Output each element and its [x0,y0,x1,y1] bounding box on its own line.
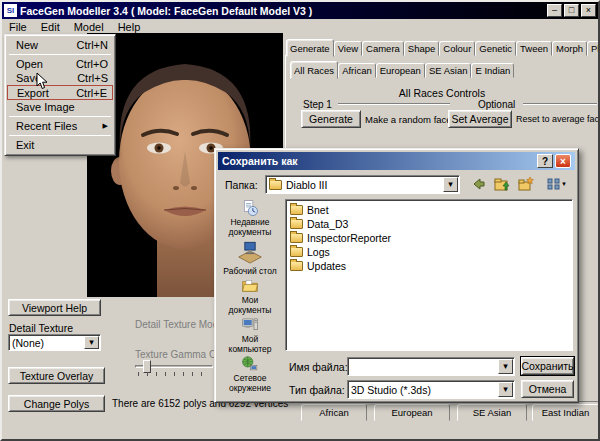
help-button[interactable]: ? [537,154,553,168]
race-tab-bar: All Races African European SE Asian E In… [290,60,514,78]
tab-camera[interactable]: Camera [362,41,404,56]
menu-item-export[interactable]: Export Ctrl+E [7,85,113,100]
tab-tween[interactable]: Tween [516,41,552,56]
back-arrow-icon [470,176,486,192]
place-desktop[interactable]: Рабочий стол [221,238,279,276]
file-row[interactable]: Data_D3 [288,217,570,231]
folder-combobox[interactable]: Diablo III [265,175,460,194]
folder-icon [290,219,303,229]
race-tab-e-indian[interactable]: E Indian [471,63,514,78]
place-label: Сетевое окружение [221,374,279,393]
menu-edit[interactable]: Edit [34,20,67,34]
up-one-level-button[interactable] [491,174,513,194]
menu-item-save-image[interactable]: Save Image [7,100,113,114]
chevron-down-icon[interactable] [443,177,458,192]
menu-item-shortcut: Ctrl+N [77,39,108,51]
race-tab-all-races[interactable]: All Races [290,61,338,79]
detail-texture-combobox[interactable]: (None) [8,334,101,351]
folder-label: Папка: [225,179,258,191]
close-button[interactable]: × [581,4,596,17]
viewport-help-button[interactable]: Viewport Help [8,299,101,316]
menu-item-exit[interactable]: Exit [7,138,113,152]
set-average-hint: Reset to average face [516,114,600,124]
texture-overlay-button[interactable]: Texture Overlay [8,367,105,384]
step1-label: Step 1 [303,99,332,110]
place-my-documents[interactable]: Мои документы [221,277,279,315]
window-title: FaceGen Modeller 3.4 ( Model: FaceGen De… [20,5,544,17]
change-polys-button[interactable]: Change Polys [8,395,105,412]
chevron-down-icon[interactable] [498,359,513,374]
folder-icon [290,205,303,215]
tab-colour[interactable]: Colour [439,41,475,56]
filename-combobox [347,357,515,376]
desktop-icon [236,238,264,266]
minimize-button[interactable]: – [547,4,562,17]
chevron-down-icon[interactable] [498,382,513,397]
place-recent-documents[interactable]: Недавние документы [221,199,279,237]
menu-item-save[interactable]: Save Ctrl+S [7,71,113,85]
menu-separator [9,135,111,136]
menu-file[interactable]: File [2,20,34,34]
race-tab-european[interactable]: European [376,63,425,78]
maximize-button[interactable]: □ [564,4,579,17]
file-row[interactable]: Bnet [288,203,570,217]
app-logo-icon: SI [4,4,17,17]
tab-genetic[interactable]: Genetic [475,41,516,56]
optional-separator [523,103,597,105]
menu-item-recent-files[interactable]: Recent Files ▶ [7,119,113,133]
view-menu-button[interactable]: ▾ [541,174,571,194]
race-tab-se-asian[interactable]: SE Asian [425,63,472,78]
set-average-button[interactable]: Set Average [448,110,512,128]
tab-shape[interactable]: Shape [404,41,439,56]
place-my-computer[interactable]: Мой компьютер [221,316,279,354]
new-folder-button[interactable] [515,174,537,194]
texture-gamma-slider[interactable] [135,359,213,376]
menu-model[interactable]: Model [67,20,111,34]
bottom-tab-se-asian[interactable]: SE Asian [457,404,527,421]
chevron-down-icon[interactable] [84,336,99,349]
dialog-close-button[interactable]: × [555,154,571,168]
bottom-tab-east-indian[interactable]: East Indian [532,404,599,421]
tab-morph[interactable]: Morph [552,41,587,56]
app-window: SI FaceGen Modeller 3.4 ( Model: FaceGen… [0,0,600,441]
bottom-tab-european[interactable]: European [374,404,450,421]
menu-item-new[interactable]: New Ctrl+N [7,38,113,52]
file-name: InspectorReporter [307,232,391,244]
filename-input[interactable] [351,358,498,375]
file-row[interactable]: InspectorReporter [288,231,570,245]
menu-item-label: Save Image [16,101,75,113]
main-tab-bar: Generate View Camera Shape Colour Geneti… [286,37,600,56]
menu-help[interactable]: Help [111,20,148,34]
save-button[interactable]: Сохранить [521,357,574,375]
file-row[interactable]: Logs [288,245,570,259]
title-bar: SI FaceGen Modeller 3.4 ( Model: FaceGen… [2,2,598,19]
folder-icon [290,233,303,243]
place-label: Недавние документы [221,218,279,237]
tab-photofit[interactable]: PhotoFit [587,41,600,56]
bottom-tab-african[interactable]: African [301,404,367,421]
race-tab-african[interactable]: African [338,63,376,78]
dialog-title: Сохранить как [222,155,535,167]
filetype-label: Тип файла: [289,384,345,396]
generate-button[interactable]: Generate [301,110,361,128]
tab-generate[interactable]: Generate [286,39,334,57]
place-label: Мой компьютер [221,335,279,354]
file-menu: New Ctrl+N Open Ctrl+O Save Ctrl+S Expor… [4,34,116,156]
menu-item-open[interactable]: Open Ctrl+O [7,57,113,71]
menu-item-label: Exit [16,139,34,151]
back-button[interactable] [467,174,489,194]
detail-texture-label: Detail Texture [9,322,73,334]
tab-view[interactable]: View [334,41,362,56]
filetype-combobox[interactable]: 3D Studio (*.3ds) [347,380,515,399]
cancel-button[interactable]: Отмена [521,380,574,398]
file-name: Updates [307,260,346,272]
menu-bar: File Edit Model Help [2,19,598,34]
folder-icon [290,247,303,257]
detail-texture-mod-label: Detail Texture Mod [135,319,218,330]
menu-item-shortcut: Ctrl+S [77,72,108,84]
window-controls: – □ × [547,4,596,17]
my-computer-icon [236,316,264,334]
new-folder-icon [518,176,534,192]
place-network[interactable]: Сетевое окружение [221,355,279,393]
file-row[interactable]: Updates [288,259,570,273]
